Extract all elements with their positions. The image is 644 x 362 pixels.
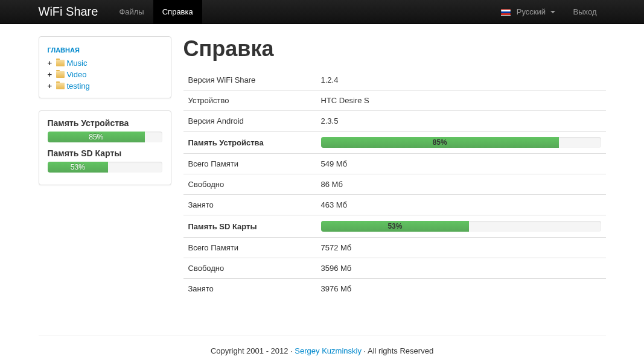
table-row: Версия Android2.3.5 [183, 111, 606, 132]
folder-video[interactable]: Video [67, 70, 87, 79]
tree-item: + Music [48, 57, 162, 69]
table-row: Всего Памяти7572 Мб [183, 238, 606, 258]
folder-music[interactable]: Music [67, 59, 88, 68]
table-row: Занято463 Мб [183, 195, 606, 215]
folder-testing[interactable]: testing [67, 81, 90, 91]
row-label: Всего Памяти [183, 238, 316, 258]
mem-sd-title: Память SD Карты [48, 148, 162, 158]
row-value: 3596 Мб [316, 258, 606, 279]
footer-divider [39, 335, 606, 335]
expand-icon[interactable]: + [48, 81, 54, 91]
mem-sd-bar: 53% [48, 162, 109, 173]
row-label: Устройство [183, 91, 316, 111]
table-row: Свободно3596 Мб [183, 258, 606, 279]
page-title: Справка [183, 36, 606, 62]
table-row: Свободно86 Мб [183, 174, 606, 195]
row-label: Всего Памяти [183, 154, 316, 174]
row-value: 2.3.5 [316, 111, 606, 132]
row-label: Свободно [183, 258, 316, 279]
expand-icon[interactable]: + [48, 70, 54, 79]
row-value: 549 Мб [316, 154, 606, 174]
row-value: 53% [316, 215, 606, 238]
progress: 53% [321, 221, 601, 232]
table-row: УстройствоHTC Desire S [183, 91, 606, 111]
footer: Copyright 2001 - 2012 · Sergey Kuzminski… [0, 346, 644, 362]
folder-icon [56, 71, 65, 78]
row-label: Свободно [183, 174, 316, 195]
table-row: Память Устройства 85% [183, 132, 606, 154]
row-value: 1.2.4 [316, 70, 606, 91]
progress-bar: 85% [321, 137, 559, 148]
row-value: 7572 Мб [316, 238, 606, 258]
memory-panel: Память Устройства 85% Память SD Карты 53… [39, 110, 171, 185]
tree-item: + testing [48, 80, 162, 92]
nav-help[interactable]: Справка [153, 0, 202, 24]
row-value: 463 Мб [316, 195, 606, 215]
progress-bar: 53% [321, 221, 470, 232]
expand-icon[interactable]: + [48, 59, 54, 68]
mem-device-bar: 85% [48, 132, 145, 142]
folder-icon [56, 83, 65, 89]
row-label: Занято [183, 195, 316, 215]
mem-device-title: Память Устройства [48, 118, 162, 128]
caret-down-icon [550, 11, 555, 13]
row-label: Занято [183, 279, 316, 299]
row-label: Память SD Карты [183, 215, 316, 238]
language-dropdown[interactable]: Русский [492, 0, 564, 24]
logout-link[interactable]: Выход [564, 0, 606, 24]
row-value: HTC Desire S [316, 91, 606, 111]
sidebar-home-link[interactable]: ГЛАВНАЯ [48, 43, 162, 57]
footer-copyright: Copyright 2001 - 2012 · [211, 346, 295, 355]
table-row: Версия WiFi Share1.2.4 [183, 70, 606, 91]
folder-tree-panel: ГЛАВНАЯ + Music + Video + testing [39, 36, 171, 98]
row-label: Память Устройства [183, 132, 316, 154]
footer-rights: · All rights Reserved [362, 346, 433, 355]
mem-device-progress: 85% [48, 132, 162, 142]
row-value: 3976 Мб [316, 279, 606, 299]
row-label: Версия WiFi Share [183, 70, 316, 91]
table-row: Занято3976 Мб [183, 279, 606, 299]
navbar: WiFi Share Файлы Справка Русский Выход [0, 0, 644, 24]
mem-sd-progress: 53% [48, 162, 162, 173]
tree-item: + Video [48, 69, 162, 80]
table-row: Всего Памяти549 Мб [183, 154, 606, 174]
folder-icon [56, 60, 65, 66]
language-label: Русский [517, 7, 546, 16]
row-value: 85% [316, 132, 606, 154]
footer-author-link[interactable]: Sergey Kuzminskiy [295, 346, 362, 355]
nav-files[interactable]: Файлы [110, 0, 153, 24]
row-value: 86 Мб [316, 174, 606, 195]
progress: 85% [321, 137, 601, 148]
table-row: Память SD Карты 53% [183, 215, 606, 238]
row-label: Версия Android [183, 111, 316, 132]
flag-icon [501, 9, 511, 16]
brand[interactable]: WiFi Share [39, 5, 110, 19]
info-table: Версия WiFi Share1.2.4 УстройствоHTC Des… [183, 70, 606, 299]
